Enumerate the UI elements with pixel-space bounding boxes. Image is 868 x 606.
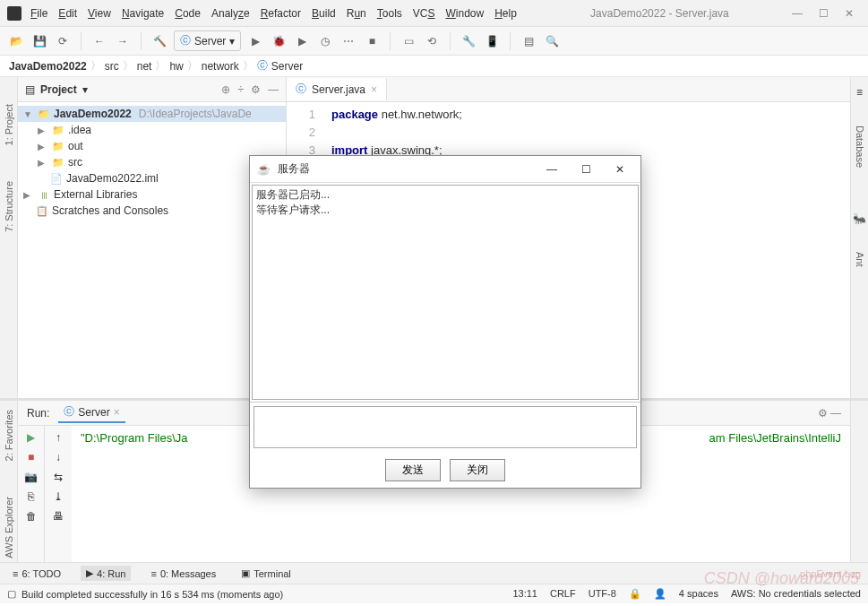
- btab-todo[interactable]: ≡ 6: TODO: [7, 567, 66, 581]
- tab-database[interactable]: Database: [855, 126, 865, 168]
- status-icon[interactable]: ▢: [7, 588, 16, 600]
- refresh-icon[interactable]: ⟳: [54, 32, 72, 50]
- close-tab-icon[interactable]: ×: [371, 83, 377, 96]
- close-dialog-button[interactable]: 关闭: [450, 459, 505, 481]
- divide-icon[interactable]: ÷: [237, 83, 244, 96]
- db-icon[interactable]: ≡: [856, 86, 863, 99]
- btab-messages[interactable]: ≡ 0: Messages: [145, 567, 221, 581]
- debug-icon[interactable]: 🐞: [270, 32, 288, 50]
- menu-navigate[interactable]: Navigate: [122, 7, 164, 20]
- gear-icon[interactable]: ⚙ —: [818, 407, 841, 420]
- menu-help[interactable]: Help: [494, 7, 517, 20]
- build-icon[interactable]: 🔨: [150, 32, 168, 50]
- tree-idea[interactable]: ▶📁.idea: [18, 122, 286, 138]
- send-button[interactable]: 发送: [385, 459, 441, 481]
- settings-icon[interactable]: 🔧: [460, 32, 477, 50]
- tab-aws-explorer[interactable]: AWS Explorer: [4, 497, 14, 558]
- avd-icon[interactable]: 📱: [483, 32, 501, 50]
- tab-ant[interactable]: Ant: [855, 252, 865, 267]
- tree-out[interactable]: ▶📁out: [18, 138, 286, 154]
- stop-icon[interactable]: ■: [363, 32, 381, 50]
- crumb-server[interactable]: ⓒ Server: [257, 58, 303, 74]
- rerun-icon[interactable]: ▶: [27, 431, 35, 444]
- exit-icon[interactable]: ⎘: [28, 490, 34, 503]
- profile-icon[interactable]: ◷: [316, 32, 334, 50]
- crumb-network[interactable]: network: [202, 60, 239, 73]
- menu-file[interactable]: File: [30, 7, 47, 20]
- class-icon: ⓒ: [296, 82, 306, 97]
- menu-edit[interactable]: Edit: [58, 7, 77, 20]
- tab-favorites[interactable]: 2: Favorites: [4, 410, 14, 461]
- menu-refactor[interactable]: Refactor: [261, 7, 301, 20]
- chevron-down-icon[interactable]: ▾: [82, 83, 88, 96]
- camera-icon[interactable]: 📷: [24, 471, 38, 483]
- menu-build[interactable]: Build: [312, 7, 336, 20]
- bottom-tool-tabs: ≡ 6: TODO ▶ 4: Run ≡ 0: Messages ▣ Termi…: [0, 562, 868, 584]
- dialog-maximize-button[interactable]: ☐: [572, 163, 599, 176]
- crumb-project[interactable]: JavaDemo2022: [9, 60, 87, 73]
- scroll-icon[interactable]: ⤓: [54, 490, 63, 503]
- trash-icon[interactable]: 🗑: [26, 510, 37, 523]
- dialog-titlebar[interactable]: ☕ 服务器 — ☐ ✕: [250, 156, 640, 183]
- btab-terminal[interactable]: ▣ Terminal: [236, 566, 296, 581]
- search-icon[interactable]: 🔍: [543, 32, 561, 50]
- run-icon[interactable]: ▶: [246, 32, 264, 50]
- dialog-input-field[interactable]: [254, 406, 637, 448]
- status-encoding[interactable]: UTF-8: [589, 588, 616, 600]
- target-icon[interactable]: ⊕: [221, 83, 230, 96]
- status-indent[interactable]: 4 spaces: [679, 588, 718, 600]
- lock-icon[interactable]: 🔒: [629, 588, 641, 600]
- structure-icon[interactable]: ▤: [520, 32, 537, 50]
- crumb-hw[interactable]: hw: [169, 60, 183, 73]
- save-icon[interactable]: 💾: [30, 32, 48, 50]
- sync-icon[interactable]: ⟲: [423, 32, 441, 50]
- ant-icon[interactable]: 🐜: [853, 212, 866, 225]
- attach-icon[interactable]: ⋯: [339, 32, 357, 50]
- status-lineend[interactable]: CRLF: [550, 588, 576, 600]
- tree-external-libs[interactable]: ▶⫼External Libraries: [18, 186, 286, 203]
- tree-scratches[interactable]: 📋Scratches and Consoles: [18, 203, 286, 219]
- tab-structure[interactable]: 7: Structure: [4, 181, 14, 232]
- open-icon[interactable]: 📂: [7, 32, 25, 50]
- tree-src[interactable]: ▶📁src: [18, 154, 286, 170]
- minimize-button[interactable]: —: [792, 7, 803, 20]
- forward-icon[interactable]: →: [114, 32, 132, 50]
- hat-icon[interactable]: 👤: [654, 588, 666, 600]
- menu-view[interactable]: View: [88, 7, 111, 20]
- run-config-selector[interactable]: ⓒ Server ▾: [174, 30, 241, 51]
- crumb-src[interactable]: src: [105, 60, 119, 73]
- run-toolbar2: ↑ ↓ ⇆ ⤓ 🖶: [45, 426, 72, 562]
- crumb-net[interactable]: net: [137, 60, 152, 73]
- up-icon[interactable]: ↑: [56, 431, 61, 444]
- close-button[interactable]: ✕: [845, 7, 854, 20]
- menu-analyze[interactable]: Analyze: [211, 7, 250, 20]
- tree-root[interactable]: ▼📁 JavaDemo2022D:\IdeaProjects\JavaDe: [18, 106, 286, 122]
- dialog-minimize-button[interactable]: —: [538, 163, 565, 176]
- coverage-icon[interactable]: ▶: [293, 32, 311, 50]
- event-log[interactable]: phpEvent Log: [800, 568, 861, 579]
- layout-icon[interactable]: ▭: [400, 32, 417, 50]
- project-panel-title[interactable]: Project: [40, 83, 77, 96]
- btab-run[interactable]: ▶ 4: Run: [81, 566, 131, 581]
- stop-run-icon[interactable]: ■: [28, 451, 34, 463]
- gear-icon[interactable]: ⚙: [251, 83, 261, 96]
- run-tab-server[interactable]: ⓒServer×: [58, 403, 125, 423]
- menu-vcs[interactable]: VCS: [413, 7, 435, 20]
- status-aws[interactable]: AWS: No credentials selected: [731, 588, 861, 600]
- menu-code[interactable]: Code: [175, 7, 201, 20]
- down-icon[interactable]: ↓: [56, 451, 61, 463]
- dialog-output-area[interactable]: 服务器已启动... 等待客户请求...: [252, 185, 639, 400]
- collapse-icon[interactable]: —: [268, 83, 279, 96]
- dialog-close-button[interactable]: ✕: [606, 163, 633, 176]
- tab-project[interactable]: 1: Project: [4, 104, 14, 145]
- menu-tools[interactable]: Tools: [377, 7, 402, 20]
- print-icon[interactable]: 🖶: [53, 510, 64, 523]
- maximize-button[interactable]: ☐: [819, 7, 829, 20]
- menu-window[interactable]: Window: [445, 7, 484, 20]
- editor-tab-server[interactable]: ⓒ Server.java ×: [287, 78, 387, 100]
- tree-iml[interactable]: 📄JavaDemo2022.iml: [18, 170, 286, 186]
- app-logo-icon: [7, 6, 21, 21]
- back-icon[interactable]: ←: [90, 32, 108, 50]
- menu-run[interactable]: Run: [347, 7, 366, 20]
- wrap-icon[interactable]: ⇆: [54, 471, 63, 483]
